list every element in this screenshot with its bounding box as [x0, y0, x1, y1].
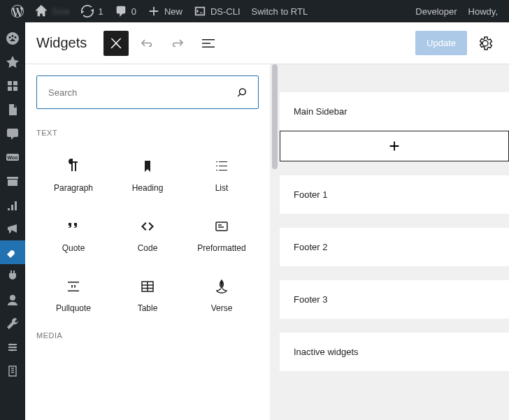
admin-bar: Site 1 0 New DS-CLI Switch to RTL Develo…	[0, 0, 509, 22]
block-code[interactable]: Code	[110, 205, 185, 266]
site-home[interactable]: Site	[29, 0, 76, 22]
custom-icon[interactable]	[0, 359, 25, 383]
widget-area: Footer 3	[280, 280, 509, 319]
block-inserter: TEXTParagraphHeadingListQuoteCodePreform…	[25, 64, 270, 420]
paragraph-icon	[65, 158, 82, 175]
widget-area-title[interactable]: Inactive widgets	[280, 333, 509, 371]
block-label: Pullquote	[56, 303, 91, 313]
block-label: Heading	[132, 183, 164, 193]
wp-logo[interactable]	[6, 0, 29, 22]
svg-text:Woo: Woo	[7, 155, 17, 160]
block-paragraph[interactable]: Paragraph	[36, 145, 110, 205]
widget-area: Footer 1	[280, 175, 509, 214]
updates[interactable]: 1	[76, 0, 108, 22]
block-label: List	[215, 183, 229, 193]
editor-header: Widgets Update	[25, 22, 509, 64]
block-search-input[interactable]	[36, 75, 259, 109]
block-label: Preformatted	[197, 243, 245, 253]
widget-area-title[interactable]: Footer 2	[280, 228, 509, 266]
my-account[interactable]: Howdy,	[463, 0, 503, 22]
users-icon[interactable]	[0, 288, 25, 312]
svg-rect-5	[216, 222, 227, 231]
block-label: Paragraph	[54, 183, 93, 193]
update-button[interactable]: Update	[415, 31, 467, 55]
tools-icon[interactable]	[0, 312, 25, 335]
heading-icon	[139, 158, 156, 175]
widget-area-title[interactable]: Main Sidebar	[280, 92, 509, 131]
block-label: Code	[138, 243, 158, 253]
block-heading[interactable]: Heading	[110, 145, 185, 205]
block-quote[interactable]: Quote	[36, 205, 110, 266]
appearance-icon[interactable]	[0, 240, 25, 264]
widget-area: Inactive widgets	[280, 333, 509, 371]
block-label: Verse	[211, 303, 233, 313]
redo-button[interactable]	[165, 31, 190, 56]
pages-icon[interactable]	[0, 98, 25, 122]
undo-button[interactable]	[134, 31, 159, 56]
block-preformatted[interactable]: Preformatted	[185, 205, 259, 266]
table-icon	[139, 278, 156, 295]
ds-cli[interactable]: DS-CLI	[188, 0, 246, 22]
archive-icon[interactable]	[0, 169, 25, 193]
admin-sidemenu: Woo	[0, 22, 25, 420]
marketing-icon[interactable]	[0, 217, 25, 240]
block-verse[interactable]: Verse	[185, 266, 259, 326]
category-label: MEDIA	[36, 331, 259, 340]
svg-point-4	[11, 349, 13, 352]
new-content[interactable]: New	[142, 0, 188, 22]
widget-area-title[interactable]: Footer 3	[280, 280, 509, 319]
widget-areas: Main SidebarFooter 1Footer 2Footer 3Inac…	[280, 64, 509, 420]
settings-icon[interactable]	[0, 335, 25, 359]
block-label: Quote	[62, 243, 85, 253]
dashboard-icon[interactable]	[0, 27, 25, 50]
block-table[interactable]: Table	[110, 266, 185, 326]
switch-rtl[interactable]: Switch to RTL	[246, 0, 314, 22]
close-inserter-button[interactable]	[103, 31, 129, 56]
code-icon	[139, 218, 156, 235]
comments[interactable]: 0	[109, 0, 142, 22]
plus-icon	[387, 138, 402, 154]
widget-area-title[interactable]: Footer 1	[280, 175, 509, 214]
woo-icon[interactable]: Woo	[0, 145, 25, 169]
pullquote-icon	[65, 278, 82, 295]
plugins2-icon[interactable]	[0, 264, 25, 288]
add-block-button[interactable]	[280, 131, 509, 161]
widget-area: Footer 2	[280, 228, 509, 266]
block-list[interactable]: List	[185, 145, 259, 205]
pin-icon[interactable]	[0, 50, 25, 74]
list-view-button[interactable]	[196, 31, 221, 56]
svg-point-2	[10, 344, 12, 346]
list-icon	[213, 158, 230, 175]
svg-point-3	[14, 347, 16, 349]
verse-icon	[213, 278, 230, 295]
comments-icon[interactable]	[0, 122, 25, 145]
block-label: Table	[138, 303, 158, 313]
category-label: TEXT	[36, 129, 259, 137]
search-icon	[235, 85, 249, 99]
block-pullquote[interactable]: Pullquote	[36, 266, 110, 326]
analytics-icon[interactable]	[0, 193, 25, 217]
plugins-icon[interactable]	[0, 74, 25, 98]
panel-splitter[interactable]	[270, 64, 280, 420]
preformatted-icon	[213, 218, 230, 235]
page-title: Widgets	[36, 35, 87, 51]
settings-button[interactable]	[473, 31, 498, 56]
quote-icon	[65, 218, 82, 235]
widget-area: Main Sidebar	[280, 92, 509, 161]
developer-menu[interactable]: Developer	[410, 0, 462, 22]
